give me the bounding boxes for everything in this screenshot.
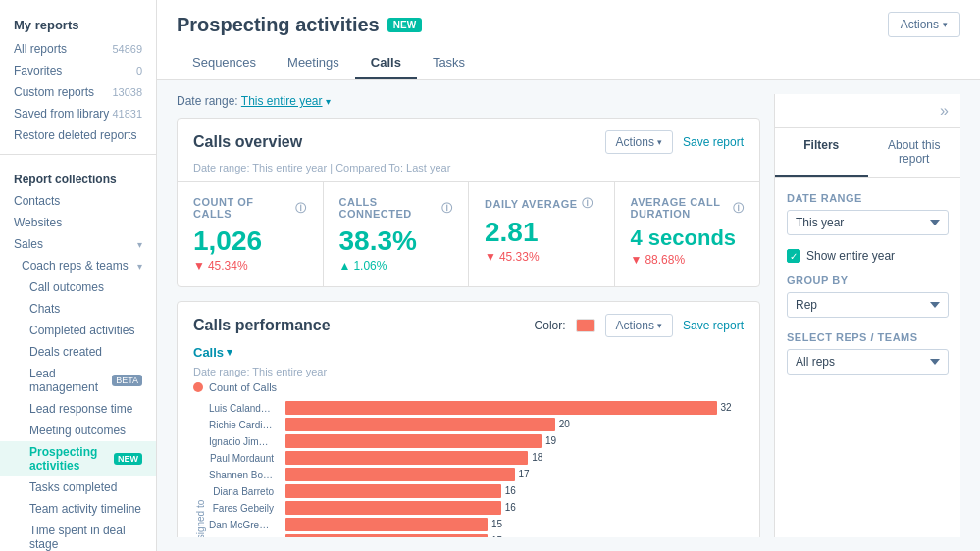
arrow-down-icon: ▼ bbox=[193, 259, 205, 273]
bar-row: Luis Calandrina32 bbox=[209, 401, 744, 415]
calls-overview-actions-button[interactable]: Actions ▾ bbox=[605, 130, 673, 154]
sidebar-item-completed-activities[interactable]: Completed activities bbox=[0, 320, 156, 341]
panel-tab-about[interactable]: About this report bbox=[868, 128, 961, 177]
sidebar-item-coach-reps[interactable]: Coach reps & teams ▾ bbox=[0, 255, 156, 276]
y-axis-label: Activity assigned to bbox=[196, 499, 207, 537]
page-new-badge: NEW bbox=[387, 18, 422, 32]
sidebar-item-tasks-completed[interactable]: Tasks completed bbox=[0, 476, 156, 498]
bar-value: 32 bbox=[721, 401, 732, 415]
bar-label: Fares Gebeily bbox=[209, 503, 280, 514]
sidebar-item-contacts[interactable]: Contacts bbox=[0, 190, 156, 212]
calls-dropdown[interactable]: Calls bbox=[193, 345, 744, 360]
color-label: Color: bbox=[535, 319, 566, 332]
bar-row: Morgan Duncan15 bbox=[209, 534, 744, 537]
chevron-down-icon: ▾ bbox=[943, 20, 948, 29]
bar-label: Ignacio Jimenez bbox=[209, 436, 280, 447]
date-range-select[interactable]: This year bbox=[787, 210, 949, 235]
sidebar-item-custom-reports[interactable]: Custom reports 13038 bbox=[0, 81, 156, 103]
tab-meetings[interactable]: Meetings bbox=[272, 47, 355, 79]
bar-chart: Luis Calandrina32Richie Cardinale20Ignac… bbox=[209, 401, 744, 537]
bar-label: Shannen Boutaleb bbox=[209, 470, 280, 480]
metric-count-calls: COUNT OF CALLS ⓘ 1,026 ▼ 45.34% bbox=[178, 182, 324, 286]
sidebar-item-all-reports[interactable]: All reports 54869 bbox=[0, 38, 156, 60]
bar-wrap: 16 bbox=[285, 484, 744, 498]
metrics-row: COUNT OF CALLS ⓘ 1,026 ▼ 45.34% CALLS CO… bbox=[178, 181, 759, 286]
sidebar-item-team-activity-timeline[interactable]: Team activity timeline bbox=[0, 498, 156, 520]
sidebar-item-prospecting-activities[interactable]: Prospecting activities NEW bbox=[0, 441, 156, 476]
right-panel: » Filters About this report Date range T… bbox=[774, 94, 960, 537]
date-range-section-label: Date range bbox=[787, 192, 949, 204]
chart-body: Luis Calandrina32Richie Cardinale20Ignac… bbox=[209, 401, 744, 537]
bar-label: Dan McGreevy bbox=[209, 520, 280, 530]
sidebar-item-meeting-outcomes[interactable]: Meeting outcomes bbox=[0, 420, 156, 441]
calls-performance-save-link[interactable]: Save report bbox=[683, 319, 744, 332]
sidebar-item-websites[interactable]: Websites bbox=[0, 212, 156, 233]
color-swatch[interactable] bbox=[576, 319, 595, 332]
bar-row: Diana Barreto16 bbox=[209, 484, 744, 498]
sidebar-item-lead-response-time[interactable]: Lead response time bbox=[0, 398, 156, 420]
chart-legend: Count of Calls bbox=[178, 381, 759, 397]
bar-row: Ignacio Jimenez19 bbox=[209, 434, 744, 448]
new-badge: NEW bbox=[114, 453, 142, 465]
metric-calls-connected-label: CALLS CONNECTED ⓘ bbox=[339, 196, 453, 220]
info-icon[interactable]: ⓘ bbox=[295, 201, 307, 216]
bar-wrap: 15 bbox=[285, 518, 744, 531]
calls-overview-subtitle: Date range: This entire year | Compared … bbox=[178, 162, 759, 181]
show-entire-year-checkbox[interactable]: ✓ bbox=[787, 249, 800, 263]
sidebar-item-favorites[interactable]: Favorites 0 bbox=[0, 60, 156, 81]
date-range-caret[interactable]: ▾ bbox=[326, 96, 331, 107]
panel-tab-filters[interactable]: Filters bbox=[775, 128, 868, 177]
date-range-link[interactable]: This entire year bbox=[241, 94, 323, 108]
info-icon[interactable]: ⓘ bbox=[582, 196, 593, 211]
calls-performance-actions-button[interactable]: Actions ▾ bbox=[605, 314, 673, 337]
bar-fill bbox=[285, 401, 717, 415]
info-icon[interactable]: ⓘ bbox=[441, 201, 453, 216]
bar-fill bbox=[285, 518, 488, 531]
sidebar-item-count: 41831 bbox=[112, 108, 142, 120]
arrow-up-icon: ▲ bbox=[339, 259, 351, 273]
sidebar-item-saved-from-library[interactable]: Saved from library 41831 bbox=[0, 103, 156, 125]
sidebar-item-chats[interactable]: Chats bbox=[0, 298, 156, 320]
sidebar-item-deals-created[interactable]: Deals created bbox=[0, 341, 156, 363]
calls-overview-save-link[interactable]: Save report bbox=[683, 135, 744, 149]
tab-calls[interactable]: Calls bbox=[355, 47, 417, 79]
tab-sequences[interactable]: Sequences bbox=[177, 47, 272, 79]
bar-row: Dan McGreevy15 bbox=[209, 518, 744, 531]
actions-button[interactable]: Actions ▾ bbox=[888, 12, 960, 37]
metric-daily-average-label: DAILY AVERAGE ⓘ bbox=[485, 196, 598, 211]
select-reps-select[interactable]: All reps bbox=[787, 349, 949, 375]
expand-icon: ▾ bbox=[137, 239, 142, 250]
bar-fill bbox=[285, 534, 488, 537]
sidebar-item-call-outcomes[interactable]: Call outcomes bbox=[0, 276, 156, 298]
collapse-icon[interactable]: » bbox=[936, 98, 953, 124]
sidebar-item-lead-management[interactable]: Lead management BETA bbox=[0, 363, 156, 398]
calls-dropdown-row: Calls bbox=[178, 345, 759, 366]
sidebar-collections-title: Report collections bbox=[0, 163, 156, 190]
bar-value: 16 bbox=[505, 501, 516, 515]
sidebar-item-sales[interactable]: Sales ▾ bbox=[0, 233, 156, 255]
metric-count-calls-value: 1,026 bbox=[193, 225, 307, 257]
legend-dot bbox=[193, 382, 203, 392]
bar-label: Morgan Duncan bbox=[209, 536, 280, 538]
header-top: Prospecting activities NEW Actions ▾ bbox=[177, 12, 960, 37]
sidebar-item-restore-deleted[interactable]: Restore deleted reports bbox=[0, 125, 156, 146]
sidebar-title: My reports bbox=[0, 12, 156, 38]
panel-body: Date range This year ✓ Show entire year … bbox=[775, 178, 960, 537]
panel-top-bar: » bbox=[775, 94, 960, 128]
panel-tabs: Filters About this report bbox=[775, 128, 960, 178]
page-tabs: Sequences Meetings Calls Tasks bbox=[177, 47, 960, 79]
sidebar-item-time-spent-in-deal-stage[interactable]: Time spent in deal stage bbox=[0, 520, 156, 551]
bar-row: Shannen Boutaleb17 bbox=[209, 468, 744, 481]
page-title: Prospecting activities NEW bbox=[177, 14, 422, 36]
tab-tasks[interactable]: Tasks bbox=[417, 47, 481, 79]
sidebar-item-label: All reports bbox=[14, 42, 67, 56]
info-icon[interactable]: ⓘ bbox=[733, 201, 745, 216]
sidebar-item-count: 0 bbox=[136, 65, 142, 76]
bar-value: 17 bbox=[519, 468, 530, 481]
calls-overview-actions: Actions ▾ Save report bbox=[605, 130, 744, 154]
group-by-section-label: Group by bbox=[787, 275, 949, 286]
metric-calls-connected-value: 38.3% bbox=[339, 225, 453, 257]
group-by-select[interactable]: Rep bbox=[787, 292, 949, 318]
calls-performance-actions: Color: Actions ▾ Save report bbox=[535, 314, 744, 337]
bar-fill bbox=[285, 418, 555, 431]
